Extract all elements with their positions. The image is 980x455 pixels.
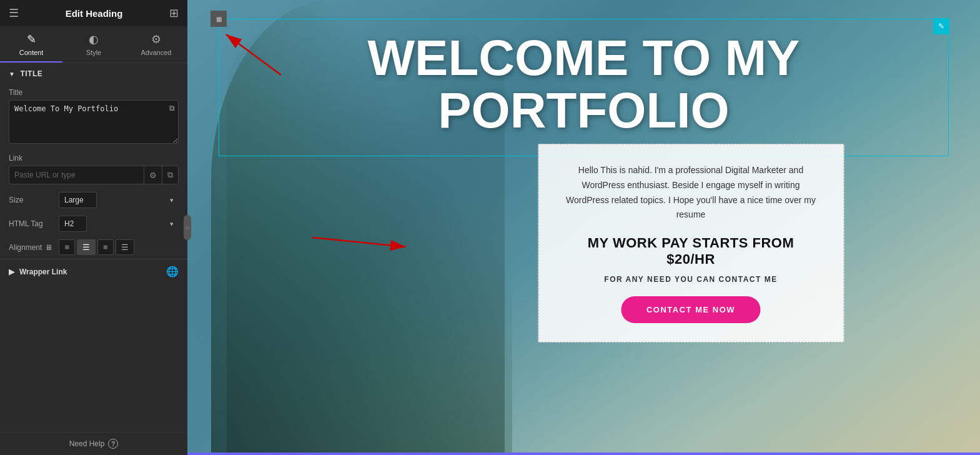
align-right-button[interactable]: ≡ xyxy=(97,239,114,255)
wrapper-link-label: Wrapper Link xyxy=(19,268,67,276)
align-left-button[interactable]: ≡ xyxy=(59,239,75,255)
link-input-wrapper: ⚙ ⧉ xyxy=(9,166,179,184)
link-input[interactable] xyxy=(9,167,144,183)
hamburger-icon[interactable]: ☰ xyxy=(9,6,19,20)
title-field-label: Title xyxy=(9,88,179,97)
left-panel: ☰ Edit Heading ⊞ ✎ Content ◐ Style ⚙ Adv… xyxy=(0,0,187,455)
tab-advanced[interactable]: ⚙ Advanced xyxy=(125,26,187,62)
info-card: Hello This is nahid. I'm a professional … xyxy=(538,144,844,342)
info-card-subtext: FOR ANY NEED YOU CAN CONTACT ME xyxy=(563,275,818,284)
link-row: Link ⚙ ⧉ xyxy=(0,150,187,188)
tabs-bar: ✎ Content ◐ Style ⚙ Advanced xyxy=(0,26,187,63)
style-tab-label: Style xyxy=(86,49,101,56)
contact-button[interactable]: CONTACT ME NOW xyxy=(621,296,760,323)
html-tag-row: HTML Tag H2 H1 H3 H4 H5 H6 div span p xyxy=(0,212,187,236)
heading-box[interactable]: ▦ ✎ WELCOME TO MY PORTFOLIO xyxy=(219,19,949,156)
wrapper-link-arrow: ▶ xyxy=(9,268,14,276)
panel-body: ▼ Title Title Welcome To My Portfolio ⧉ … xyxy=(0,63,187,432)
title-section-header[interactable]: ▼ Title xyxy=(0,63,187,84)
wrapper-link-section: ▶ Wrapper Link 🌐 xyxy=(0,259,187,284)
grid-icon[interactable]: ⊞ xyxy=(169,6,179,20)
alignment-buttons: ≡ ☰ ≡ ☰ xyxy=(59,239,134,255)
style-tab-icon: ◐ xyxy=(89,32,99,46)
info-card-body: Hello This is nahid. I'm a professional … xyxy=(563,163,818,222)
alignment-device-icon: 🖥 xyxy=(45,243,52,252)
html-tag-label: HTML Tag xyxy=(9,219,52,228)
panel-title: Edit Heading xyxy=(66,8,123,19)
wrapper-link-toggle[interactable]: ▶ Wrapper Link xyxy=(9,268,67,276)
tab-style[interactable]: ◐ Style xyxy=(62,26,125,62)
size-row: Size Large Default Small Medium XL XXL xyxy=(0,188,187,212)
textarea-copy-icon[interactable]: ⧉ xyxy=(169,104,175,112)
link-settings-icon[interactable]: ⚙ xyxy=(144,167,162,184)
panel-footer: Need Help ? xyxy=(0,432,187,455)
heading-line2: PORTFOLIO xyxy=(438,82,730,138)
link-label: Link xyxy=(9,154,179,162)
alignment-row: Alignment 🖥 ≡ ☰ ≡ ☰ xyxy=(0,236,187,259)
panel-header: ☰ Edit Heading ⊞ xyxy=(0,0,187,26)
advanced-tab-label: Advanced xyxy=(141,49,172,56)
align-justify-button[interactable]: ☰ xyxy=(116,239,134,255)
title-section-arrow: ▼ xyxy=(9,71,15,78)
heading-text: WELCOME TO MY PORTFOLIO xyxy=(238,32,929,137)
heading-corner-icon[interactable]: ✎ xyxy=(933,18,949,34)
content-tab-icon: ✎ xyxy=(27,32,36,46)
align-center-button[interactable]: ☰ xyxy=(77,239,96,255)
heading-handle-icon[interactable]: ▦ xyxy=(210,11,227,27)
wrapper-link-globe-icon[interactable]: 🌐 xyxy=(166,266,179,278)
link-copy-icon[interactable]: ⧉ xyxy=(162,166,178,184)
help-icon[interactable]: ? xyxy=(108,439,118,449)
title-field-row: Title Welcome To My Portfolio ⧉ xyxy=(0,84,187,150)
need-help-label: Need Help xyxy=(69,439,105,448)
canvas-area: ▦ ✎ WELCOME TO MY PORTFOLIO Hello This i… xyxy=(187,0,980,455)
resize-handle[interactable]: ‹› xyxy=(184,215,191,240)
title-textarea[interactable]: Welcome To My Portfolio xyxy=(9,100,179,144)
title-textarea-wrapper: Welcome To My Portfolio ⧉ xyxy=(9,100,179,146)
tab-content[interactable]: ✎ Content xyxy=(0,26,62,62)
size-select-wrapper: Large Default Small Medium XL XXL xyxy=(59,192,179,208)
title-section-label: Title xyxy=(20,69,42,78)
heading-line1: WELCOME TO MY xyxy=(368,30,800,86)
alignment-label: Alignment 🖥 xyxy=(9,243,52,252)
html-tag-select[interactable]: H2 H1 H3 H4 H5 H6 div span p xyxy=(59,216,87,232)
canvas-bottom-bar xyxy=(187,452,980,455)
size-label: Size xyxy=(9,196,52,204)
size-select[interactable]: Large Default Small Medium XL XXL xyxy=(59,192,97,208)
html-tag-select-wrapper: H2 H1 H3 H4 H5 H6 div span p xyxy=(59,216,179,232)
info-card-heading: MY WORK PAY STARTS FROM $20/HR xyxy=(563,235,818,268)
advanced-tab-icon: ⚙ xyxy=(151,32,161,46)
content-tab-label: Content xyxy=(19,49,44,56)
